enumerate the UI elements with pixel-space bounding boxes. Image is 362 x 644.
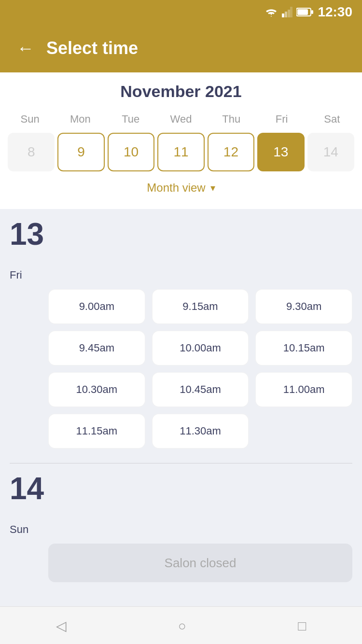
salon-closed-label: Salon closed (48, 544, 352, 582)
weekdays-row: Sun Mon Tue Wed Thu Fri Sat (5, 111, 357, 128)
time-slot[interactable]: 9.45am (48, 331, 145, 365)
time-slot[interactable]: 11.15am (48, 414, 145, 448)
calendar: November 2021 Sun Mon Tue Wed Thu Fri Sa… (0, 72, 362, 209)
nav-bar: ◁ ○ □ (0, 606, 362, 644)
time-slot[interactable]: 9.00am (48, 289, 145, 324)
day-header-13: 13 Fri (10, 219, 352, 281)
status-icons: 12:30 (265, 4, 352, 20)
date-8: 8 (8, 133, 55, 171)
day-number-14: 14 (10, 473, 44, 504)
svg-rect-6 (311, 10, 313, 14)
svg-rect-3 (290, 7, 292, 17)
svg-rect-2 (288, 10, 290, 17)
time-slot[interactable]: 10.15am (255, 331, 352, 365)
nav-back-button[interactable]: ◁ (51, 613, 71, 639)
weekday-sat: Sat (307, 111, 357, 128)
day-block-13: 13 Fri 9.00am 9.15am 9.30am 9.45am 10.00… (10, 219, 352, 448)
weekday-wed: Wed (156, 111, 206, 128)
battery-icon (296, 7, 314, 17)
weekday-sun: Sun (5, 111, 55, 128)
day-number-13: 13 (10, 219, 44, 250)
weekday-fri: Fri (256, 111, 306, 128)
time-slot[interactable]: 10.30am (48, 372, 145, 407)
date-14: 14 (307, 133, 354, 171)
nav-home-button[interactable]: ○ (173, 614, 191, 639)
time-slot[interactable]: 11.00am (255, 372, 352, 407)
svg-rect-1 (285, 12, 287, 17)
dates-row: 8 9 10 11 12 13 14 (5, 133, 357, 171)
time-slots-grid-13: 9.00am 9.15am 9.30am 9.45am 10.00am 10.1… (48, 289, 352, 448)
month-view-toggle[interactable]: Month view ▾ (5, 171, 357, 199)
time-section: 13 Fri 9.00am 9.15am 9.30am 9.45am 10.00… (0, 209, 362, 606)
nav-recent-button[interactable]: □ (293, 614, 311, 639)
time-slot[interactable]: 9.15am (152, 289, 249, 324)
status-bar: 12:30 (0, 0, 362, 24)
day-header-14: 14 Sun (10, 473, 352, 536)
date-10[interactable]: 10 (108, 133, 154, 171)
svg-rect-0 (282, 14, 284, 17)
month-view-label: Month view (147, 181, 205, 195)
day-block-14: 14 Sun Salon closed (10, 473, 352, 582)
date-9[interactable]: 9 (57, 133, 104, 171)
time-slot[interactable]: 10.00am (152, 331, 249, 365)
page-title: Select time (46, 38, 138, 58)
day-name-13: Fri (10, 269, 48, 281)
month-year: November 2021 (5, 82, 357, 101)
svg-rect-5 (297, 9, 308, 15)
status-time: 12:30 (318, 4, 352, 20)
time-slot[interactable]: 9.30am (255, 289, 352, 324)
weekday-mon: Mon (55, 111, 105, 128)
date-13[interactable]: 13 (257, 133, 304, 171)
signal-icon (282, 7, 292, 17)
chevron-down-icon: ▾ (210, 182, 215, 194)
header: ← Select time (0, 24, 362, 72)
wifi-icon (265, 7, 278, 17)
date-11[interactable]: 11 (157, 133, 204, 171)
back-button[interactable]: ← (14, 36, 37, 61)
day-name-14: Sun (10, 523, 48, 536)
weekday-thu: Thu (206, 111, 256, 128)
time-slot[interactable]: 10.45am (152, 372, 249, 407)
date-12[interactable]: 12 (208, 133, 254, 171)
day-divider (10, 463, 352, 463)
weekday-tue: Tue (106, 111, 156, 128)
time-slot[interactable]: 11.30am (152, 414, 249, 448)
